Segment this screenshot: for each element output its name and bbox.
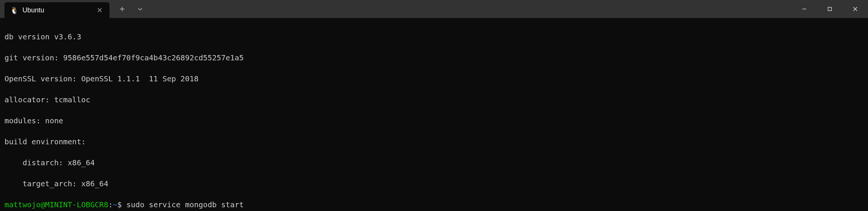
svg-rect-0 bbox=[828, 7, 832, 11]
minimize-button[interactable] bbox=[792, 0, 817, 18]
window-controls bbox=[792, 0, 868, 18]
output-line: db version v3.6.3 bbox=[4, 31, 864, 42]
dropdown-button[interactable] bbox=[132, 0, 148, 18]
close-window-button[interactable] bbox=[843, 0, 868, 18]
output-line: build environment: bbox=[4, 136, 864, 147]
prompt-user-host: mattwojo@MININT-LOBGCR8 bbox=[4, 200, 108, 209]
prompt-dollar: $ bbox=[117, 200, 122, 209]
prompt-path: ~ bbox=[113, 200, 117, 209]
output-line: distarch: x86_64 bbox=[4, 157, 864, 168]
titlebar-spacer bbox=[148, 0, 792, 18]
tab-title: Ubuntu bbox=[22, 6, 91, 14]
prompt-line: mattwojo@MININT-LOBGCR8:~$ sudo service … bbox=[4, 199, 864, 210]
tab-area: 🐧 Ubuntu bbox=[0, 0, 148, 18]
tux-icon: 🐧 bbox=[10, 6, 18, 14]
output-line: git version: 9586e557d54ef70f9ca4b43c268… bbox=[4, 52, 864, 63]
command-text: sudo service mongodb start bbox=[126, 200, 244, 209]
tab-close-icon[interactable] bbox=[96, 6, 103, 14]
titlebar: 🐧 Ubuntu bbox=[0, 0, 868, 18]
new-tab-button[interactable] bbox=[114, 0, 130, 18]
maximize-button[interactable] bbox=[817, 0, 843, 18]
output-line: target_arch: x86_64 bbox=[4, 178, 864, 189]
tab-actions bbox=[109, 0, 148, 18]
output-line: allocator: tcmalloc bbox=[4, 94, 864, 105]
output-line: OpenSSL version: OpenSSL 1.1.1 11 Sep 20… bbox=[4, 73, 864, 84]
output-line: modules: none bbox=[4, 115, 864, 126]
prompt-separator: : bbox=[108, 200, 113, 209]
terminal-output[interactable]: db version v3.6.3 git version: 9586e557d… bbox=[0, 18, 868, 211]
tab-ubuntu[interactable]: 🐧 Ubuntu bbox=[4, 2, 109, 18]
